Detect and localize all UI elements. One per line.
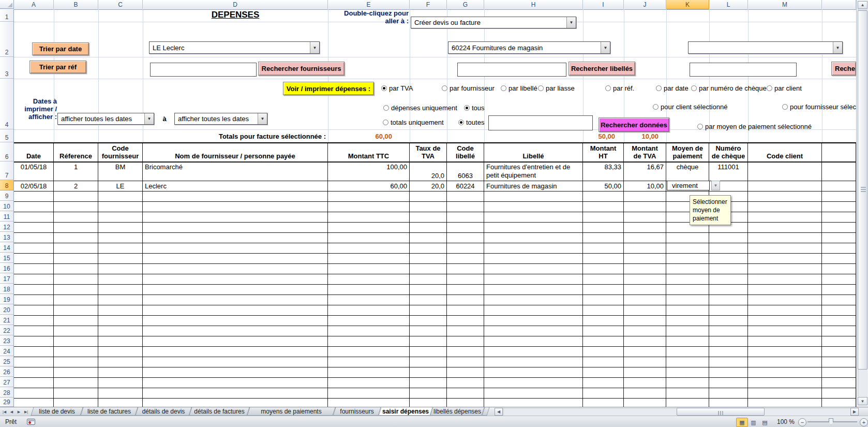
radio-button-icon[interactable] [442, 85, 447, 91]
table-cell[interactable] [328, 305, 410, 316]
column-header-E[interactable]: E [328, 0, 410, 9]
table-cell[interactable] [14, 285, 54, 295]
table-cell[interactable] [54, 264, 98, 274]
table-cell[interactable] [410, 347, 447, 357]
table-cell[interactable] [14, 295, 54, 305]
table-cell[interactable] [328, 357, 410, 367]
payment-combobox-arrow[interactable]: ▼ [711, 181, 720, 190]
payment-combobox[interactable]: virement [667, 181, 710, 190]
table-cell[interactable] [14, 347, 54, 357]
table-cell[interactable] [410, 264, 447, 274]
table-cell[interactable] [583, 378, 624, 388]
table-cell[interactable] [484, 285, 583, 295]
goto-combobox[interactable]: Créer devis ou facture ▼ [411, 17, 576, 28]
table-cell[interactable] [822, 336, 856, 347]
table-cell[interactable] [624, 305, 666, 316]
table-cell[interactable] [666, 367, 709, 378]
label-search-input[interactable] [457, 63, 566, 77]
table-cell[interactable] [14, 243, 54, 254]
table-cell[interactable] [14, 336, 54, 347]
table-cell[interactable] [583, 347, 624, 357]
table-cell[interactable] [447, 202, 484, 212]
row-header-19[interactable]: 19 [0, 294, 13, 304]
table-cell[interactable] [98, 367, 143, 378]
table-cell[interactable]: Fournitures d'entretien et de petit équi… [484, 163, 583, 181]
table-cell[interactable] [822, 305, 856, 316]
table-cell[interactable] [54, 316, 98, 326]
table-cell[interactable] [822, 202, 856, 212]
sheet-tab-label[interactable]: saisir dépenses [380, 407, 431, 416]
column-header-G[interactable]: G [447, 0, 484, 9]
table-cell[interactable]: 111001 [709, 163, 748, 181]
table-cell[interactable] [624, 233, 666, 243]
table-cell[interactable] [143, 388, 328, 399]
table-cell[interactable] [98, 285, 143, 295]
table-cell[interactable] [709, 233, 748, 243]
table-cell[interactable] [484, 295, 583, 305]
chevron-down-icon[interactable]: ▼ [144, 113, 154, 124]
client-search-input[interactable] [690, 63, 797, 77]
search-data-button[interactable]: Rechercher données [598, 117, 669, 132]
table-cell[interactable] [709, 274, 748, 285]
table-cell[interactable] [447, 378, 484, 388]
table-cell[interactable]: BM [98, 163, 143, 181]
table-cell[interactable] [410, 274, 447, 285]
table-cell[interactable] [583, 274, 624, 285]
table-cell[interactable] [484, 347, 583, 357]
table-cell[interactable] [98, 243, 143, 254]
table-cell[interactable] [447, 316, 484, 326]
table-cell[interactable] [822, 192, 856, 202]
row-header-23[interactable]: 23 [0, 335, 13, 346]
table-header-cell[interactable]: Montant de TVA [624, 143, 666, 163]
table-cell[interactable] [410, 305, 447, 316]
table-cell[interactable] [624, 202, 666, 212]
table-cell[interactable] [447, 233, 484, 243]
row-header-7[interactable]: 7 [0, 161, 13, 180]
table-cell[interactable] [410, 316, 447, 326]
table-cell[interactable] [583, 305, 624, 316]
table-cell[interactable] [583, 212, 624, 223]
table-cell[interactable] [447, 305, 484, 316]
column-header-K[interactable]: K [666, 0, 709, 9]
table-cell[interactable] [748, 274, 822, 285]
table-cell[interactable] [54, 295, 98, 305]
table-cell[interactable] [624, 285, 666, 295]
table-cell[interactable] [447, 192, 484, 202]
table-cell[interactable] [822, 347, 856, 357]
table-cell[interactable] [143, 336, 328, 347]
table-cell[interactable] [666, 243, 709, 254]
table-cell[interactable] [143, 305, 328, 316]
table-cell[interactable] [666, 378, 709, 388]
table-cell[interactable] [54, 347, 98, 357]
table-cell[interactable] [143, 285, 328, 295]
table-cell[interactable] [98, 347, 143, 357]
table-cell[interactable] [447, 357, 484, 367]
table-cell[interactable] [748, 181, 822, 192]
table-cell[interactable] [143, 357, 328, 367]
table-cell[interactable] [143, 233, 328, 243]
table-cell[interactable] [410, 254, 447, 264]
column-header-n[interactable] [822, 0, 856, 9]
table-cell[interactable] [54, 378, 98, 388]
row-header-9[interactable]: 9 [0, 190, 13, 201]
table-cell[interactable] [484, 316, 583, 326]
table-cell[interactable] [54, 326, 98, 336]
table-cell[interactable]: 83,33 [583, 163, 624, 181]
table-cell[interactable] [484, 274, 583, 285]
row-header-12[interactable]: 12 [0, 222, 13, 232]
radio-button-icon[interactable] [458, 120, 464, 125]
table-cell[interactable] [328, 316, 410, 326]
table-cell[interactable] [748, 367, 822, 378]
table-cell[interactable] [822, 181, 856, 192]
table-cell[interactable] [822, 388, 856, 399]
supplier-search-input[interactable] [150, 63, 257, 77]
table-cell[interactable] [14, 388, 54, 399]
table-cell[interactable] [748, 212, 822, 223]
prev-sheet-icon[interactable]: ◀ [8, 408, 15, 415]
column-header-D[interactable]: D [143, 0, 328, 9]
table-cell[interactable] [484, 243, 583, 254]
table-cell[interactable] [410, 243, 447, 254]
table-cell[interactable]: 6063 [447, 163, 484, 181]
radio-par-moyen-de-paiement-s-lectionn-[interactable]: par moyen de paiement sélectionné [697, 122, 812, 130]
table-cell[interactable] [666, 316, 709, 326]
